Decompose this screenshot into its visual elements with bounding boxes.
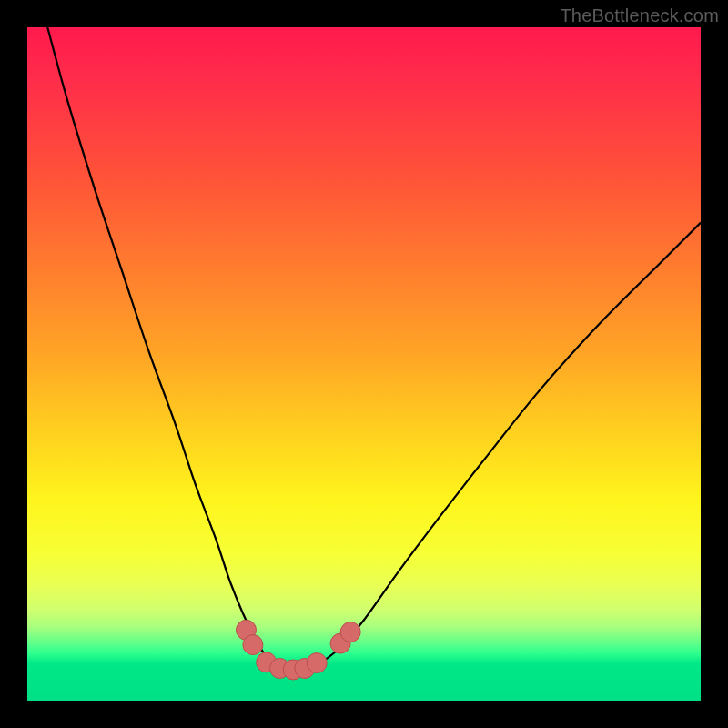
data-marker bbox=[307, 653, 327, 673]
watermark-text: TheBottleneck.com bbox=[560, 5, 719, 26]
marker-group bbox=[237, 620, 361, 680]
chart-frame bbox=[27, 27, 701, 701]
bottleneck-curve-svg bbox=[27, 27, 701, 701]
data-marker bbox=[340, 622, 360, 642]
curve-left-branch bbox=[47, 27, 287, 671]
data-marker bbox=[243, 635, 263, 655]
curve-right-branch bbox=[303, 223, 701, 671]
